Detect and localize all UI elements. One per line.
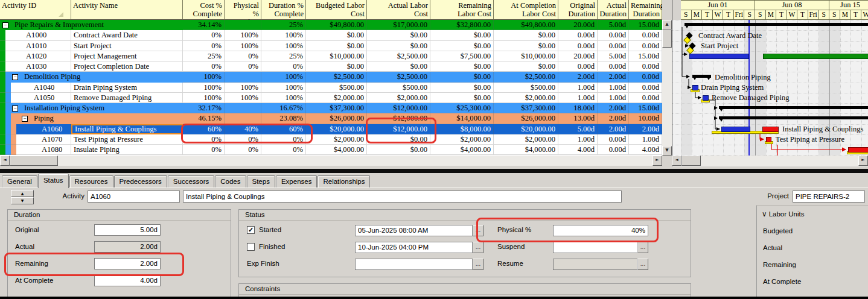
cell-remaining[interactable]: $32,800.00 bbox=[430, 20, 494, 30]
cell-at_completion[interactable]: $0.00 bbox=[494, 30, 558, 40]
gantt-summary-bar[interactable] bbox=[719, 106, 868, 109]
cell-at_completion[interactable]: $0.00 bbox=[494, 41, 558, 51]
table-row[interactable]: A1000Contract Award Date0%100%100%$0.00$… bbox=[0, 30, 662, 40]
cell-actual[interactable]: $12,000.00 bbox=[367, 124, 430, 134]
gantt-bar[interactable] bbox=[762, 127, 779, 132]
cell-activity-id[interactable]: A1020 bbox=[0, 51, 71, 61]
cell-actual[interactable]: $17,000.00 bbox=[367, 20, 430, 30]
table-row[interactable]: A1030Project Completion Date0%0%0%$0.00$… bbox=[0, 61, 662, 72]
cell-budgeted[interactable]: $0.00 bbox=[306, 30, 367, 40]
started-checkbox[interactable]: ✓ bbox=[247, 226, 255, 234]
timescale-day[interactable]: S bbox=[819, 10, 829, 20]
timescale-day[interactable]: T bbox=[702, 10, 713, 20]
cell-actual[interactable]: $0.00 bbox=[367, 145, 430, 155]
original-duration-field[interactable]: 5.00d bbox=[94, 224, 161, 236]
gantt-bar[interactable] bbox=[763, 54, 868, 59]
cell-act_dur[interactable]: 2.00d bbox=[598, 113, 629, 124]
timescale-week[interactable]: Jun 08 bbox=[755, 0, 829, 10]
cell-cost_pct[interactable]: 0% bbox=[183, 30, 225, 40]
cell-orig_dur[interactable]: 0.00d bbox=[558, 30, 598, 40]
cell-dur_pct[interactable]: 16.67% bbox=[261, 103, 306, 113]
cell-rem_dur[interactable]: 0.00d bbox=[629, 72, 662, 82]
cell-cost_pct[interactable]: 100% bbox=[183, 72, 225, 82]
timescale-week[interactable]: Jun 01 bbox=[681, 0, 755, 10]
cell-cost_pct[interactable]: 100% bbox=[183, 83, 225, 93]
cell-orig_dur[interactable]: 2.00d bbox=[558, 72, 598, 82]
labor-units-header[interactable]: ∨ Labor Units bbox=[762, 210, 804, 218]
cell-rem_dur[interactable]: 0.00d bbox=[629, 61, 662, 72]
cell-act_dur[interactable]: 1.00d bbox=[598, 83, 629, 93]
cell-phys_pct[interactable]: 100% bbox=[225, 41, 261, 51]
timescale-day[interactable]: M bbox=[840, 10, 851, 20]
column-header-at_completion[interactable]: At Completion Labor Cost bbox=[494, 0, 558, 20]
scroll-thumb[interactable] bbox=[10, 156, 58, 166]
tab-general[interactable]: General bbox=[2, 175, 37, 188]
cell-orig_dur[interactable]: 4.00d bbox=[558, 145, 598, 155]
table-hscroll[interactable]: ◄► bbox=[0, 156, 662, 166]
column-header-rem_dur[interactable]: Remaining Duration bbox=[629, 0, 662, 20]
cell-cost_pct[interactable]: 25% bbox=[183, 51, 225, 61]
cell-actual[interactable]: $2,500.00 bbox=[367, 51, 430, 61]
scroll-thumb[interactable] bbox=[662, 30, 672, 48]
cell-act_dur[interactable]: 0.00d bbox=[598, 30, 629, 40]
tab-steps[interactable]: Steps bbox=[247, 175, 275, 188]
column-header-remaining[interactable]: Remaining Labor Cost bbox=[430, 0, 494, 20]
at-complete-duration-field[interactable]: 4.00d bbox=[94, 275, 161, 286]
cell-cost_pct[interactable]: 46.15% bbox=[183, 113, 225, 124]
cell-activity-id[interactable]: A1060 bbox=[0, 124, 71, 134]
tab-resources[interactable]: Resources bbox=[69, 175, 113, 188]
suspend-field[interactable] bbox=[553, 242, 637, 253]
timescale-day[interactable]: T bbox=[723, 10, 734, 20]
cell-activity-name[interactable]: Contract Award Date bbox=[71, 30, 183, 40]
cell-rem_dur[interactable]: 1.00d bbox=[629, 134, 662, 145]
cell-orig_dur[interactable]: 5.00d bbox=[558, 124, 598, 134]
gantt-bar[interactable] bbox=[692, 85, 698, 90]
cell-actual[interactable]: $0.00 bbox=[367, 30, 430, 40]
cell-dur_pct[interactable]: 23.08% bbox=[261, 113, 306, 124]
cell-act_dur[interactable]: 0.00d bbox=[598, 41, 629, 51]
scroll-left-button[interactable]: ◄ bbox=[672, 156, 681, 166]
cell-dur_pct[interactable]: 25% bbox=[261, 51, 306, 61]
cell-budgeted[interactable]: $2,000.00 bbox=[306, 93, 367, 103]
cell-activity-name[interactable]: Test Piping at Pressure bbox=[71, 134, 183, 145]
cell-remaining[interactable]: $7,500.00 bbox=[430, 51, 494, 61]
cell-budgeted[interactable]: $20,000.00 bbox=[306, 124, 367, 134]
cell-remaining[interactable]: $4,000.00 bbox=[430, 145, 494, 155]
collapse-toggle[interactable]: − bbox=[12, 105, 18, 112]
cell-rem_dur[interactable]: 15.00d bbox=[629, 103, 662, 113]
timescale-day[interactable]: W bbox=[713, 10, 724, 20]
cell-orig_dur[interactable]: 0.00d bbox=[558, 61, 598, 72]
remaining-duration-field[interactable]: 2.00d bbox=[94, 258, 161, 269]
finished-date-browse-button[interactable]: ... bbox=[473, 242, 483, 253]
cell-act_dur[interactable]: 1.00d bbox=[598, 93, 629, 103]
cell-at_completion[interactable]: $37,300.00 bbox=[494, 103, 558, 113]
cell-rem_dur[interactable]: 0.00d bbox=[629, 93, 662, 103]
cell-act_dur[interactable]: 5.00d bbox=[598, 51, 629, 61]
table-row[interactable]: A1050Remove Damaged Piping100%100%100%$2… bbox=[0, 93, 662, 103]
column-header-budgeted[interactable]: Budgeted Labor Cost bbox=[306, 0, 367, 20]
cell-actual[interactable]: $0.00 bbox=[367, 41, 430, 51]
cell-activity-id[interactable]: A1010 bbox=[0, 41, 71, 51]
started-date-field[interactable]: 05-Jun-2025 08:00 AM bbox=[355, 225, 473, 236]
cell-cost_pct[interactable]: 0% bbox=[183, 61, 225, 72]
cell-phys_pct[interactable]: 100% bbox=[225, 93, 261, 103]
gantt-hscroll[interactable]: ◄► bbox=[672, 156, 868, 166]
collapse-toggle[interactable]: − bbox=[2, 22, 8, 28]
timescale-day[interactable]: T bbox=[797, 10, 808, 20]
tab-expenses[interactable]: Expenses bbox=[276, 175, 318, 188]
column-header-cost_pct[interactable]: Cost % Complete bbox=[183, 0, 225, 20]
cell-rem_dur[interactable]: 4.00d bbox=[629, 145, 662, 155]
cell-act_dur[interactable]: 2.00d bbox=[598, 103, 629, 113]
cell-orig_dur[interactable]: 1.00d bbox=[558, 83, 598, 93]
scroll-track[interactable] bbox=[0, 156, 662, 166]
cell-budgeted[interactable]: $0.00 bbox=[306, 61, 367, 72]
cell-at_completion[interactable]: $20,000.00 bbox=[494, 124, 558, 134]
column-header-dur_pct[interactable]: Duration % Complete bbox=[261, 0, 306, 20]
cell-remaining[interactable]: $14,000.00 bbox=[430, 113, 494, 124]
project-field[interactable]: PIPE REPAIRS-2 bbox=[793, 190, 865, 203]
column-header-actual[interactable]: Actual Labor Cost bbox=[367, 0, 430, 20]
cell-activity-name[interactable]: Install Piping & Couplings bbox=[71, 124, 183, 134]
cell-at_completion[interactable]: $2,000.00 bbox=[494, 134, 558, 145]
gantt-summary-bar[interactable] bbox=[685, 23, 868, 26]
scroll-up-button[interactable]: ▲ bbox=[662, 20, 672, 30]
